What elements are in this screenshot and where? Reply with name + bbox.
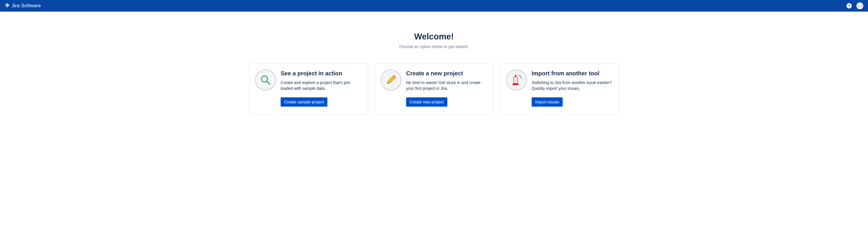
help-button[interactable]: ?: [846, 3, 852, 9]
card-title: Create a new project: [406, 70, 488, 77]
welcome-title: Welcome!: [0, 32, 868, 41]
user-avatar[interactable]: [857, 2, 863, 9]
svg-text:?: ?: [848, 4, 850, 8]
app-header: Jira Software ?: [0, 0, 868, 11]
card-title: Import from another tool: [532, 70, 613, 77]
card-import: Import from another tool Switching to Ji…: [500, 64, 619, 115]
svg-line-5: [267, 81, 270, 84]
card-sample-project: See a project in action Create and explo…: [249, 64, 368, 115]
vacuum-icon: [506, 70, 527, 90]
jira-logo-icon: [5, 3, 10, 9]
card-description: Create and explore a project that's pre-…: [281, 80, 362, 91]
card-description: No time to waste! Get stuck in and creat…: [406, 80, 488, 91]
welcome-subtitle: Choose an option below to get started.: [0, 44, 868, 49]
help-icon: ?: [846, 3, 852, 9]
import-issues-button[interactable]: Import issues: [532, 97, 563, 107]
svg-rect-12: [515, 75, 516, 77]
svg-rect-10: [514, 76, 518, 83]
svg-point-3: [859, 4, 861, 6]
magnifier-icon: [255, 70, 276, 90]
card-new-project: Create a new project No time to waste! G…: [374, 64, 494, 115]
product-logo[interactable]: Jira Software: [5, 3, 41, 9]
pencil-icon: [380, 70, 401, 90]
header-actions: ?: [846, 2, 863, 9]
product-name: Jira Software: [11, 3, 41, 9]
svg-rect-11: [513, 83, 519, 85]
create-sample-project-button[interactable]: Create sample project: [281, 97, 328, 107]
create-new-project-button[interactable]: Create new project: [406, 97, 447, 107]
card-title: See a project in action: [281, 70, 362, 77]
user-icon: [857, 2, 863, 9]
welcome-section: Welcome! Choose an option below to get s…: [0, 11, 868, 115]
card-description: Switching to Jira from another issue tra…: [532, 80, 613, 91]
onboarding-cards: See a project in action Create and explo…: [0, 64, 868, 115]
